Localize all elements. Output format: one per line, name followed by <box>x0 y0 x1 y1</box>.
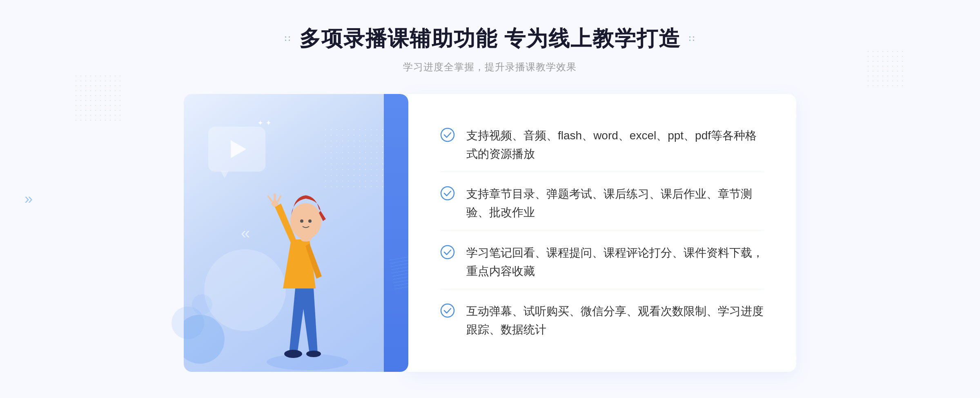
main-title: 多项录播课辅助功能 专为线上教学打造 <box>299 25 681 53</box>
feature-text-3: 学习笔记回看、课程提问、课程评论打分、课件资料下载，重点内容收藏 <box>466 244 764 281</box>
svg-point-11 <box>441 128 454 141</box>
illustration-panel: ✦ ✦ « <box>184 94 408 372</box>
svg-line-10 <box>278 196 281 201</box>
arrow-left-decoration: » <box>24 190 29 208</box>
illus-arrows-decoration: « <box>241 224 246 242</box>
title-dots-left-icon: ∷ <box>285 34 291 44</box>
svg-point-1 <box>284 350 302 358</box>
features-panel: 支持视频、音频、flash、word、excel、ppt、pdf等各种格式的资源… <box>408 94 796 372</box>
check-icon-1 <box>440 127 455 142</box>
light-rays: ✦ ✦ <box>257 119 272 127</box>
check-icon-2 <box>440 186 455 201</box>
svg-point-6 <box>308 219 312 223</box>
feature-item-3: 学习笔记回看、课程提问、课程评论打分、课件资料下载，重点内容收藏 <box>440 236 764 289</box>
content-area: ✦ ✦ « <box>184 94 796 388</box>
feature-item-2: 支持章节目录、弹题考试、课后练习、课后作业、章节测验、批改作业 <box>440 177 764 230</box>
deco-circle-small <box>192 294 212 315</box>
check-icon-3 <box>440 245 455 259</box>
svg-point-2 <box>306 351 321 357</box>
dots-decoration-left <box>74 74 122 123</box>
svg-point-14 <box>441 304 454 317</box>
check-icon-4 <box>440 303 455 318</box>
dots-decoration-right <box>866 49 906 90</box>
svg-point-5 <box>300 219 303 223</box>
svg-point-12 <box>441 187 454 200</box>
feature-text-4: 互动弹幕、试听购买、微信分享、观看次数限制、学习进度跟踪、数据统计 <box>466 302 764 339</box>
feature-item-4: 互动弹幕、试听购买、微信分享、观看次数限制、学习进度跟踪、数据统计 <box>440 294 764 347</box>
feature-item-1: 支持视频、音频、flash、word、excel、ppt、pdf等各种格式的资源… <box>440 119 764 172</box>
blue-side-strip <box>384 94 408 372</box>
title-row: ∷ 多项录播课辅助功能 专为线上教学打造 ∷ <box>285 25 695 53</box>
header-section: ∷ 多项录播课辅助功能 专为线上教学打造 ∷ 学习进度全掌握，提升录播课教学效果 <box>285 25 695 74</box>
subtitle: 学习进度全掌握，提升录播课教学效果 <box>285 60 695 74</box>
svg-line-9 <box>268 196 272 201</box>
svg-point-13 <box>441 246 454 259</box>
page-wrapper: » ∷ 多项录播课辅助功能 专为线上教学打造 ∷ 学习进度全掌握，提升录播课教学… <box>0 0 980 398</box>
svg-point-4 <box>290 203 321 239</box>
svg-point-0 <box>267 354 348 370</box>
play-icon <box>231 140 246 158</box>
feature-text-2: 支持章节目录、弹题考试、课后练习、课后作业、章节测验、批改作业 <box>466 185 764 222</box>
feature-text-1: 支持视频、音频、flash、word、excel、ppt、pdf等各种格式的资源… <box>466 127 764 163</box>
human-figure <box>250 158 365 372</box>
title-dots-right-icon: ∷ <box>689 34 695 44</box>
